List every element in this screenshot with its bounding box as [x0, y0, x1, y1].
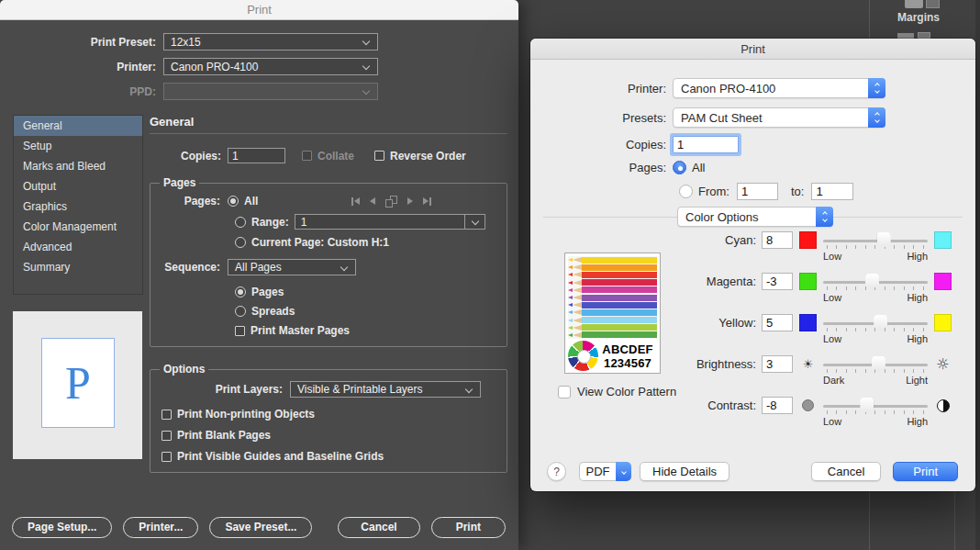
print-button[interactable]: Print — [893, 462, 958, 481]
range-combo-button[interactable] — [464, 215, 484, 229]
high-label: High — [907, 251, 928, 262]
print-master-pages-label: Print Master Pages — [251, 324, 350, 337]
chevron-down-icon — [362, 87, 370, 95]
reverse-order-checkbox[interactable] — [374, 151, 384, 161]
color-sliders: Cyan: LowHigh Magenta: — [688, 231, 957, 438]
color-wheel-icon — [568, 341, 598, 371]
dialog-footer: ? PDF Hide Details Cancel Print — [547, 462, 958, 481]
cyan-input[interactable] — [762, 231, 793, 249]
sidebar-item-color-management[interactable]: Color Management — [14, 217, 142, 237]
sidebar-item-general[interactable]: General — [14, 116, 142, 136]
view-color-pattern-checkbox[interactable] — [558, 386, 571, 398]
dialog-title: Print — [0, 0, 518, 20]
brightness-input[interactable] — [762, 355, 793, 373]
current-page-radio[interactable] — [235, 237, 246, 248]
printer-dropdown[interactable]: Canon PRO-4100 — [163, 58, 378, 75]
print-layers-dropdown[interactable]: Visible & Printable Layers — [290, 381, 481, 398]
chevron-down-icon — [340, 264, 348, 271]
next-page-icon[interactable] — [407, 197, 413, 205]
sidebar-item-graphics[interactable]: Graphics — [14, 196, 142, 217]
low-label: Low — [823, 333, 841, 344]
pdf-menu-button[interactable]: PDF — [579, 462, 631, 481]
sidebar-item-marks-and-bleed[interactable]: Marks and Bleed — [14, 156, 142, 176]
high-label: High — [907, 333, 928, 344]
panel-line — [954, 491, 955, 550]
magenta-slider-row: Magenta: LowHigh — [688, 273, 957, 314]
low-label: Low — [823, 416, 841, 427]
cyan-slider[interactable]: LowHigh — [823, 232, 928, 264]
printer-select[interactable]: Canon PRO-4100 — [673, 78, 885, 98]
sidebar-item-setup[interactable]: Setup — [14, 136, 142, 156]
pages-mode-radio[interactable] — [235, 286, 246, 297]
contrast-slider[interactable]: LowHigh — [823, 398, 928, 429]
yellow-input[interactable] — [762, 314, 793, 331]
print-guides-checkbox[interactable] — [161, 452, 172, 462]
slider-ticks — [827, 410, 924, 414]
from-input[interactable] — [737, 183, 778, 200]
first-page-icon[interactable] — [351, 197, 360, 206]
pencil — [568, 271, 657, 278]
copies-label: Copies: — [181, 150, 221, 163]
hide-details-button[interactable]: Hide Details — [640, 462, 729, 481]
to-input[interactable] — [811, 183, 853, 200]
panel-dropdown-value: Color Options — [685, 210, 758, 224]
presets-select[interactable]: PAM Cut Sheet — [673, 107, 885, 128]
circle-gray-icon — [799, 397, 817, 414]
print-preset-dropdown[interactable]: 12x15 — [163, 33, 378, 51]
pages-all-radio[interactable] — [673, 161, 686, 174]
print-blank-pages-checkbox[interactable] — [161, 431, 172, 441]
pencil — [568, 286, 657, 294]
dialog-footer: Page Setup... Printer... Save Preset... … — [12, 517, 506, 538]
pages-radio-label: Pages — [251, 286, 284, 298]
printer-label: Printer: — [4, 61, 163, 73]
printer-button[interactable]: Printer... — [123, 517, 198, 538]
sidebar-item-output[interactable]: Output — [14, 176, 142, 196]
chevron-down-icon — [362, 38, 370, 45]
top-fields: Print Preset: 12x15 Printer: Canon PRO-4… — [4, 33, 378, 107]
pages-group: Pages Pages: All Range: — [150, 176, 507, 347]
brightness-label: Brightness: — [688, 355, 762, 371]
save-preset-button[interactable]: Save Preset... — [209, 517, 312, 538]
pages-all-label: All — [692, 161, 705, 174]
sequence-dropdown[interactable]: All Pages — [228, 259, 356, 275]
range-value: 1 — [301, 216, 307, 229]
blue-swatch — [799, 314, 817, 331]
yellow-swatch — [934, 314, 952, 331]
range-combo[interactable]: 1 — [295, 214, 485, 230]
sidebar-item-advanced[interactable]: Advanced — [14, 237, 142, 257]
cancel-button[interactable]: Cancel — [338, 517, 419, 538]
sidebar-item-summary[interactable]: Summary — [14, 257, 142, 277]
pencil — [568, 294, 657, 301]
magenta-input[interactable] — [762, 273, 793, 290]
last-page-icon[interactable] — [423, 197, 431, 206]
panel-dropdown[interactable]: Color Options — [677, 207, 833, 227]
pages-from-radio[interactable] — [679, 185, 693, 198]
pages-all-radio[interactable] — [228, 196, 239, 207]
magenta-slider[interactable]: LowHigh — [823, 274, 928, 305]
contrast-input[interactable] — [762, 397, 793, 414]
slider-track[interactable] — [823, 240, 928, 242]
stepper-icon — [816, 207, 833, 227]
print-button[interactable]: Print — [431, 517, 506, 538]
yellow-slider[interactable]: LowHigh — [823, 315, 928, 346]
copies-input[interactable] — [228, 148, 285, 163]
print-master-pages-checkbox[interactable] — [235, 326, 245, 336]
slider-track[interactable] — [823, 405, 928, 408]
screen: Margins Print Print Preset: 12x15 Printe… — [0, 0, 980, 550]
cancel-button[interactable]: Cancel — [811, 462, 881, 481]
high-label: High — [907, 416, 928, 427]
pages-label: Pages: — [530, 161, 673, 174]
help-button[interactable]: ? — [547, 462, 566, 481]
print-layers-value: Visible & Printable Layers — [297, 383, 423, 396]
chevron-down-icon — [616, 462, 631, 481]
from-label: From: — [698, 185, 729, 198]
chevron-down-icon — [362, 62, 370, 70]
pages-range-radio[interactable] — [235, 217, 246, 228]
copies-input[interactable] — [673, 136, 739, 153]
spreads-radio[interactable] — [235, 306, 246, 317]
previous-page-icon[interactable] — [370, 197, 375, 205]
pages-legend: Pages — [160, 176, 199, 189]
brightness-slider[interactable]: DarkLight — [823, 356, 928, 387]
page-setup-button[interactable]: Page Setup... — [12, 517, 112, 538]
print-nonprinting-checkbox[interactable] — [161, 410, 172, 420]
